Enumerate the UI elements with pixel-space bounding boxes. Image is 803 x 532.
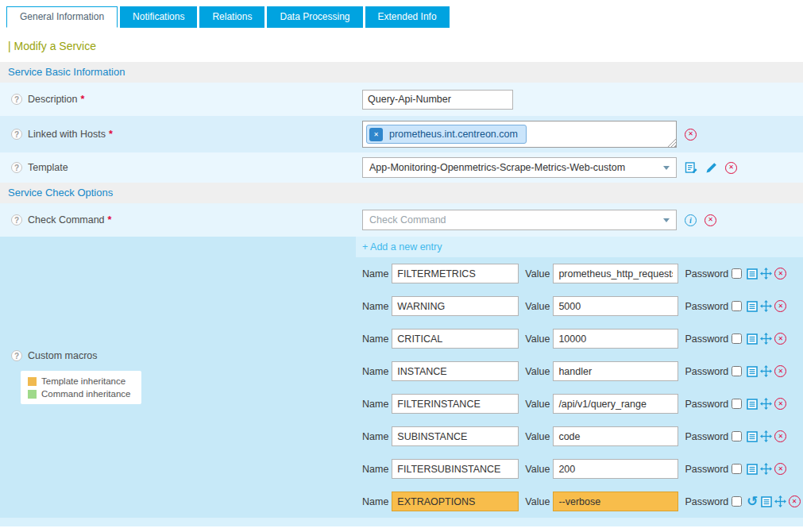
delete-macro-icon[interactable]: ✕ (774, 365, 786, 377)
macro-name-input[interactable] (392, 394, 519, 414)
macro-value-input[interactable] (553, 394, 678, 414)
macro-value-input[interactable] (553, 459, 678, 479)
bottom-row-strip (0, 518, 803, 526)
macro-value-input[interactable] (553, 329, 678, 349)
check-command-placeholder: Check Command (369, 214, 446, 226)
move-icon[interactable] (760, 463, 772, 475)
list-icon[interactable] (747, 268, 758, 279)
clear-check-command-icon[interactable]: ✕ (705, 214, 716, 226)
macro-password-label: Password (685, 333, 728, 345)
macro-name-label: Name (362, 301, 388, 312)
macro-row: Name Value Password (356, 355, 803, 387)
move-icon[interactable] (760, 430, 772, 442)
macro-row-icons: ✕ (747, 365, 786, 377)
undo-icon[interactable]: ↺ (747, 496, 758, 507)
template-inheritance-swatch (28, 377, 37, 386)
custom-macros-label: Custom macros (28, 350, 98, 361)
macro-row-icons: ✕ (747, 398, 786, 410)
move-icon[interactable] (760, 300, 772, 312)
linked-hosts-label-cell: ? Linked with Hosts * (0, 129, 356, 140)
linked-hosts-input[interactable]: ✕ prometheus.int.centreon.com (362, 121, 677, 148)
macro-password-checkbox[interactable] (732, 464, 742, 474)
move-icon[interactable] (774, 495, 786, 507)
macro-value-input[interactable] (553, 361, 678, 381)
macro-password-checkbox[interactable] (732, 399, 742, 409)
macro-name-label: Name (362, 366, 388, 377)
list-icon[interactable] (747, 333, 758, 345)
macro-name-label: Name (362, 464, 388, 475)
help-icon[interactable]: ? (11, 214, 22, 226)
row-template: ? Template App-Monitoring-Openmetrics-Sc… (0, 152, 803, 183)
delete-macro-icon[interactable]: ✕ (774, 430, 786, 442)
macro-value-label: Value (525, 268, 550, 279)
required-marker: * (109, 129, 113, 140)
remove-tag-icon[interactable]: ✕ (369, 128, 383, 141)
delete-macro-icon[interactable]: ✕ (774, 300, 786, 312)
legend-command-inheritance: Command inheritance (28, 389, 134, 399)
description-input[interactable] (362, 90, 513, 110)
macro-name-input[interactable] (392, 459, 519, 479)
clear-template-icon[interactable]: ✕ (725, 162, 737, 174)
check-command-select[interactable]: Check Command (362, 210, 677, 230)
list-icon[interactable] (747, 431, 758, 442)
macro-row-icons: ↺ ✕ (747, 495, 800, 507)
edit-list-icon[interactable] (685, 161, 697, 174)
macro-value-label: Value (525, 301, 550, 312)
tab-notifications[interactable]: Notifications (120, 6, 197, 28)
pencil-icon[interactable] (705, 162, 717, 174)
macro-password-checkbox[interactable] (732, 301, 742, 311)
chevron-down-icon (663, 218, 670, 222)
macro-password-checkbox[interactable] (732, 431, 742, 441)
macro-name-input[interactable] (392, 492, 519, 511)
add-macro-link[interactable]: + Add a new entry (362, 241, 442, 253)
list-icon[interactable] (747, 464, 758, 475)
tab-relations[interactable]: Relations (199, 6, 264, 28)
macro-name-input[interactable] (392, 296, 519, 316)
template-select[interactable]: App-Monitoring-Openmetrics-Scrape-Metric… (362, 157, 677, 178)
help-icon[interactable]: ? (11, 350, 22, 361)
tab-data-processing[interactable]: Data Processing (267, 6, 362, 28)
macro-password-label: Password (685, 366, 728, 377)
move-icon[interactable] (760, 365, 772, 377)
macro-password-checkbox[interactable] (732, 268, 742, 279)
macro-value-input[interactable] (553, 264, 678, 283)
macro-name-label: Name (362, 268, 388, 279)
info-icon[interactable]: i (685, 214, 697, 226)
macro-name-input[interactable] (392, 329, 519, 349)
tab-general-information[interactable]: General Information (6, 6, 118, 28)
list-icon[interactable] (761, 496, 772, 507)
move-icon[interactable] (760, 333, 772, 345)
legend-template-inheritance: Template inheritance (28, 376, 134, 386)
macro-name-input[interactable] (392, 361, 519, 381)
list-icon[interactable] (747, 366, 758, 377)
macro-name-input[interactable] (392, 264, 519, 283)
list-icon[interactable] (747, 301, 758, 312)
help-icon[interactable]: ? (11, 162, 22, 173)
clear-hosts-icon[interactable]: ✕ (685, 129, 697, 141)
move-icon[interactable] (760, 268, 772, 279)
delete-macro-icon[interactable]: ✕ (774, 268, 786, 279)
custom-macros-field-cell: + Add a new entry Name Value Password (356, 237, 803, 518)
delete-macro-icon[interactable]: ✕ (774, 333, 786, 345)
delete-macro-icon[interactable]: ✕ (774, 398, 786, 410)
delete-macro-icon[interactable]: ✕ (774, 463, 786, 475)
list-icon[interactable] (747, 399, 758, 410)
macro-password-checkbox[interactable] (732, 366, 742, 376)
help-icon[interactable]: ? (11, 129, 22, 140)
macro-name-input[interactable] (392, 426, 519, 446)
move-icon[interactable] (760, 398, 772, 410)
macro-value-input[interactable] (553, 426, 678, 446)
delete-macro-icon[interactable]: ✕ (789, 495, 801, 507)
macro-password-checkbox[interactable] (732, 333, 742, 344)
tab-extended-info[interactable]: Extended Info (365, 6, 450, 28)
macro-row: Name Value Password (356, 322, 803, 355)
help-icon[interactable]: ? (11, 94, 22, 105)
macro-value-input[interactable] (553, 296, 678, 316)
macro-password-checkbox[interactable] (732, 496, 742, 507)
macro-value-input[interactable] (553, 492, 678, 511)
row-check-command: ? Check Command * Check Command i ✕ (0, 203, 803, 237)
resize-handle[interactable] (667, 138, 676, 147)
macro-row: Name Value Password ↺ (356, 485, 803, 518)
macro-row-icons: ✕ (747, 333, 786, 345)
check-command-label-cell: ? Check Command * (0, 214, 356, 226)
